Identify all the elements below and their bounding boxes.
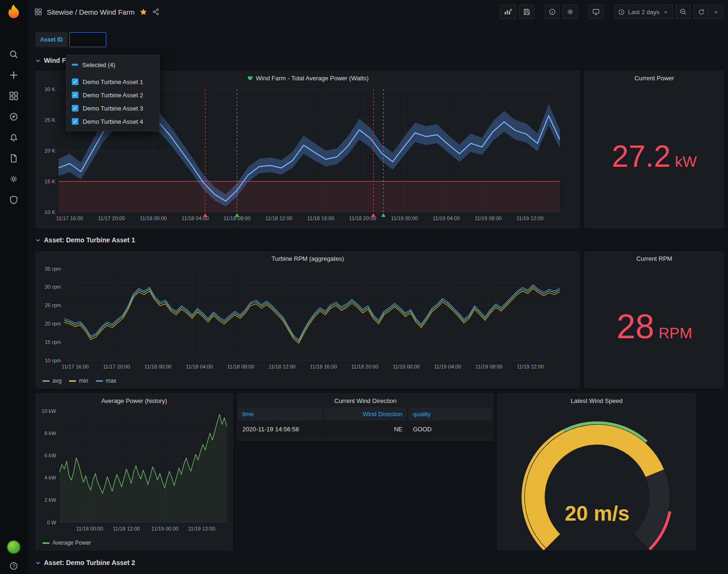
legend-item[interactable]: max bbox=[96, 377, 117, 384]
dropdown-option-label: Demo Turbine Asset 3 bbox=[83, 105, 143, 112]
turbine-rpm-chart[interactable]: 35 rpm30 rpm25 rpm20 rpm15 rpm10 rpm11/1… bbox=[36, 265, 580, 374]
svg-text:15 rpm: 15 rpm bbox=[45, 339, 61, 345]
panel-info-button[interactable] bbox=[545, 5, 560, 19]
panel-title-wind-direction[interactable]: Current Wind Direction bbox=[238, 394, 493, 407]
dropdown-toggle-all[interactable]: Selected (4) bbox=[67, 58, 159, 71]
checkbox-icon: ✓ bbox=[72, 92, 78, 98]
dropdown-option[interactable]: ✓Demo Turbine Asset 1 bbox=[67, 75, 159, 88]
panel-title-turbine-rpm[interactable]: Turbine RPM (aggregates) bbox=[36, 252, 580, 265]
user-avatar[interactable] bbox=[7, 540, 21, 554]
current-rpm-value: 28 RPM bbox=[617, 309, 692, 343]
checkbox-icon: ✓ bbox=[72, 118, 78, 125]
svg-text:10 kW: 10 kW bbox=[42, 408, 57, 414]
legend-item[interactable]: Average Power bbox=[43, 540, 91, 546]
alerting-bell-icon[interactable] bbox=[9, 132, 19, 143]
dropdown-option[interactable]: ✓Demo Turbine Asset 3 bbox=[67, 102, 159, 115]
panel-title-current-power[interactable]: Current Power bbox=[585, 71, 724, 85]
svg-text:6 kW: 6 kW bbox=[44, 453, 57, 458]
dropdown-selected-count: Selected (4) bbox=[82, 61, 115, 69]
svg-text:11/19 12:00: 11/19 12:00 bbox=[517, 364, 544, 369]
svg-text:11/19 00:00: 11/19 00:00 bbox=[391, 215, 418, 221]
checkbox-icon: ✓ bbox=[72, 78, 78, 85]
dashboards-grid-icon bbox=[34, 8, 42, 16]
asset-id-input[interactable] bbox=[69, 32, 106, 47]
svg-text:2 kW: 2 kW bbox=[44, 497, 57, 503]
chevron-down-icon bbox=[35, 238, 41, 243]
cycle-view-mode-button[interactable] bbox=[588, 5, 604, 19]
dropdown-option[interactable]: ✓Demo Turbine Asset 4 bbox=[67, 115, 159, 128]
topbar: Sitewise / Demo Wind Farm Last 2 days bbox=[27, 0, 728, 24]
table-row: 2020-11-19 14:56:58NEGOOD bbox=[238, 421, 493, 437]
reporting-file-icon[interactable] bbox=[9, 153, 19, 163]
svg-text:25 rpm: 25 rpm bbox=[45, 302, 61, 308]
row-title: Asset: Demo Turbine Asset 2 bbox=[44, 559, 135, 566]
grafana-flame-icon bbox=[6, 4, 22, 20]
row-header-asset-2[interactable]: Asset: Demo Turbine Asset 2 bbox=[35, 559, 135, 566]
save-dashboard-button[interactable] bbox=[519, 5, 534, 19]
refresh-button[interactable] bbox=[694, 5, 709, 19]
panel-turbine-rpm: Turbine RPM (aggregates) 35 rpm30 rpm25 … bbox=[35, 251, 580, 388]
search-icon[interactable] bbox=[9, 49, 19, 60]
legend-item[interactable]: avg bbox=[43, 377, 61, 384]
explore-compass-icon[interactable] bbox=[9, 111, 19, 122]
svg-text:35 rpm: 35 rpm bbox=[45, 266, 61, 272]
column-header[interactable]: quality bbox=[408, 407, 493, 421]
clock-icon bbox=[618, 9, 625, 16]
legend-item[interactable]: min bbox=[69, 377, 88, 384]
sidebar-nav bbox=[9, 49, 19, 205]
dropdown-option-label: Demo Turbine Asset 4 bbox=[83, 118, 143, 125]
avg-power-chart[interactable]: 10 kW8 kW6 kW4 kW2 kW0 W11/18 00:0011/18… bbox=[36, 407, 233, 536]
svg-text:11/18 12:00: 11/18 12:00 bbox=[268, 364, 295, 369]
favorite-star-icon[interactable] bbox=[139, 8, 147, 16]
refresh-interval-caret[interactable] bbox=[708, 5, 723, 19]
svg-text:15 K: 15 K bbox=[44, 179, 55, 184]
svg-text:20 rpm: 20 rpm bbox=[45, 321, 61, 326]
time-range-picker[interactable]: Last 2 days bbox=[614, 5, 673, 19]
svg-text:11/18 20:00: 11/18 20:00 bbox=[351, 364, 378, 369]
panel-title-avg-power[interactable]: Average Power (history) bbox=[36, 394, 232, 407]
save-floppy-icon bbox=[523, 8, 531, 16]
checkbox-icon: ✓ bbox=[72, 105, 78, 111]
asset-dropdown-menu: Selected (4) ✓Demo Turbine Asset 1✓Demo … bbox=[66, 55, 160, 131]
zoom-out-button[interactable] bbox=[676, 5, 691, 19]
monitor-icon bbox=[592, 8, 600, 16]
row-header-asset-1[interactable]: Asset: Demo Turbine Asset 1 bbox=[35, 236, 135, 244]
server-admin-shield-icon[interactable] bbox=[9, 195, 19, 205]
configuration-gear-icon[interactable] bbox=[9, 174, 19, 184]
panel-title-current-rpm[interactable]: Current RPM bbox=[585, 252, 724, 265]
wind-speed-gauge[interactable]: 20 m/s bbox=[498, 407, 696, 550]
svg-text:11/17 16:00: 11/17 16:00 bbox=[61, 364, 88, 369]
share-icon[interactable] bbox=[152, 8, 160, 16]
add-panel-button[interactable] bbox=[500, 5, 516, 19]
svg-text:11/18 12:00: 11/18 12:00 bbox=[113, 526, 140, 531]
breadcrumb[interactable]: Sitewise / Demo Wind Farm bbox=[47, 8, 135, 16]
svg-text:11/18 16:00: 11/18 16:00 bbox=[307, 215, 334, 221]
dashboard-settings-button[interactable] bbox=[563, 5, 578, 19]
column-header[interactable]: Wind Direction bbox=[324, 407, 408, 421]
svg-text:20 K: 20 K bbox=[44, 148, 55, 154]
zoom-out-icon bbox=[679, 8, 687, 16]
svg-text:11/18 16:00: 11/18 16:00 bbox=[310, 364, 337, 369]
svg-text:11/18 00:00: 11/18 00:00 bbox=[140, 215, 167, 221]
help-question-icon[interactable]: ? bbox=[9, 561, 19, 571]
svg-text:10 rpm: 10 rpm bbox=[45, 358, 61, 363]
sidebar: ? bbox=[0, 0, 27, 574]
create-plus-icon[interactable] bbox=[9, 70, 19, 80]
wind-direction-table: timeWind Directionquality 2020-11-19 14:… bbox=[238, 407, 493, 437]
gear-icon bbox=[566, 8, 574, 16]
svg-text:11/17 20:00: 11/17 20:00 bbox=[103, 364, 130, 369]
time-range-label: Last 2 days bbox=[628, 9, 660, 16]
svg-text:11/19 12:00: 11/19 12:00 bbox=[188, 526, 215, 531]
panel-current-rpm: Current RPM 28 RPM bbox=[584, 251, 724, 388]
svg-text:11/19 08:00: 11/19 08:00 bbox=[475, 215, 502, 221]
svg-text:30 rpm: 30 rpm bbox=[45, 284, 61, 290]
current-power-value: 27.2 kW bbox=[612, 141, 697, 171]
column-header[interactable]: time bbox=[238, 407, 324, 421]
svg-text:11/18 00:00: 11/18 00:00 bbox=[76, 526, 103, 531]
dashboards-grid-icon[interactable] bbox=[9, 91, 19, 101]
dropdown-option[interactable]: ✓Demo Turbine Asset 2 bbox=[67, 88, 159, 102]
indeterminate-check-icon bbox=[72, 64, 78, 66]
panel-title-wind-speed[interactable]: Latest Wind Speed bbox=[498, 394, 695, 407]
row-title: Asset: Demo Turbine Asset 1 bbox=[44, 236, 135, 244]
grafana-logo[interactable] bbox=[6, 4, 22, 20]
